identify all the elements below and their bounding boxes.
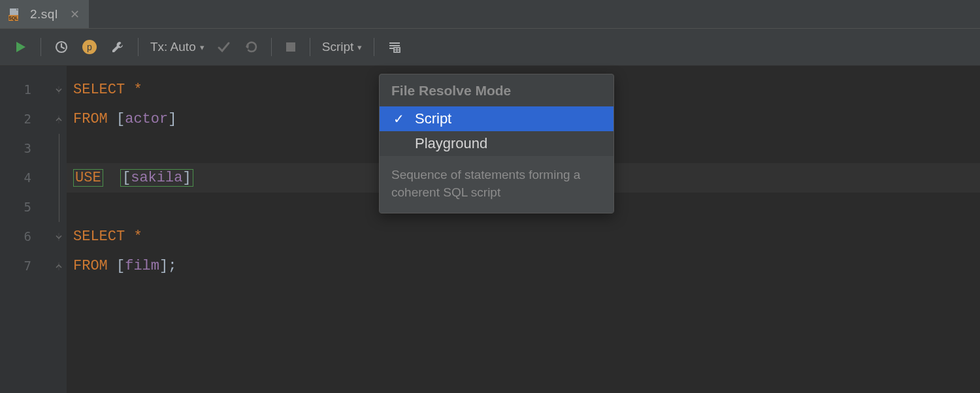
code-line: FROM [film]; [73, 251, 980, 281]
toolbar-divider [41, 38, 41, 56]
fold-handle-icon[interactable] [51, 75, 67, 104]
popup-item-label: Script [415, 110, 451, 127]
commit-icon[interactable] [210, 29, 237, 66]
line-number-gutter: 1 2 3 4 5 6 7 [0, 66, 51, 393]
fold-handle-icon[interactable] [51, 104, 67, 134]
wrench-icon[interactable] [104, 29, 131, 66]
check-icon: ✓ [391, 111, 406, 127]
rollback-icon[interactable] [237, 29, 265, 66]
toolbar-divider [271, 38, 272, 56]
toolbar-divider [310, 38, 310, 56]
close-icon[interactable]: ✕ [70, 7, 80, 22]
line-number: 5 [0, 193, 31, 222]
svg-rect-11 [389, 45, 400, 46]
run-button[interactable] [8, 29, 34, 66]
code-line: SELECT * [73, 222, 980, 251]
history-icon[interactable] [48, 29, 75, 66]
sql-file-icon: SQL [8, 7, 22, 22]
line-number: 1 [0, 75, 31, 104]
fold-handle-icon[interactable] [51, 251, 67, 281]
svg-marker-4 [16, 42, 25, 52]
line-number: 4 [0, 163, 31, 193]
toolbar: p Tx: Auto ▾ Script ▾ [0, 29, 980, 66]
fold-gutter [51, 66, 67, 393]
tx-mode-label: Tx: Auto [150, 40, 196, 54]
svg-rect-9 [286, 42, 295, 52]
line-number: 3 [0, 134, 31, 163]
line-number: 2 [0, 104, 31, 134]
file-tab-2sql[interactable]: SQL 2.sql ✕ [0, 0, 90, 28]
svg-rect-10 [389, 42, 400, 44]
table-view-icon[interactable] [381, 29, 408, 66]
popup-item-playground[interactable]: Playground [380, 131, 613, 156]
stop-icon[interactable] [278, 29, 303, 66]
popup-title: File Resolve Mode [380, 74, 613, 106]
popup-description: Sequence of statements forming a coheren… [380, 156, 613, 213]
toolbar-divider [374, 38, 374, 56]
fold-handle-icon[interactable] [51, 222, 67, 251]
chevron-down-icon: ▾ [357, 42, 362, 52]
svg-rect-12 [389, 48, 393, 49]
tx-mode-dropdown[interactable]: Tx: Auto ▾ [145, 40, 210, 54]
script-dropdown[interactable]: Script ▾ [317, 40, 368, 54]
p-badge-icon[interactable]: p [75, 29, 104, 66]
script-dropdown-label: Script [322, 40, 354, 54]
toolbar-divider [138, 38, 139, 56]
svg-text:p: p [87, 42, 92, 52]
chevron-down-icon: ▾ [200, 42, 204, 52]
tab-bar: SQL 2.sql ✕ [0, 0, 980, 29]
popup-item-label: Playground [415, 135, 487, 152]
file-tab-label: 2.sql [30, 7, 58, 22]
file-resolve-mode-popup: File Resolve Mode ✓ Script Playground Se… [379, 74, 614, 213]
svg-text:SQL: SQL [8, 16, 18, 21]
line-number: 6 [0, 222, 31, 251]
line-number: 7 [0, 251, 31, 281]
popup-item-script[interactable]: ✓ Script [380, 106, 613, 131]
